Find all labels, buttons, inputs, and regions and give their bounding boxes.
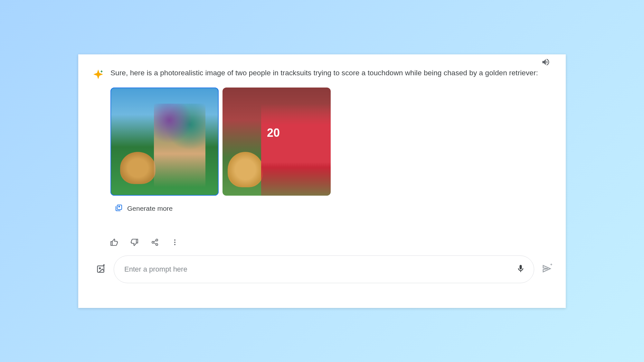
svg-point-2 <box>156 239 158 241</box>
svg-point-7 <box>174 239 175 241</box>
more-options-button[interactable] <box>171 238 179 247</box>
sparkle-icon <box>92 69 104 213</box>
response-text: Sure, here is a photorealistic image of … <box>110 67 552 79</box>
svg-rect-10 <box>98 266 104 272</box>
svg-point-8 <box>174 242 175 243</box>
prompt-input-wrapper <box>114 255 534 283</box>
chat-response-card: Sure, here is a photorealistic image of … <box>78 54 566 308</box>
response-row: Sure, here is a photorealistic image of … <box>92 67 552 213</box>
prompt-input[interactable] <box>114 255 534 283</box>
svg-point-11 <box>99 268 100 269</box>
thumbs-down-button[interactable] <box>130 238 139 248</box>
svg-point-3 <box>152 241 154 243</box>
svg-point-4 <box>156 244 158 246</box>
svg-line-5 <box>154 241 156 242</box>
generate-more-label: Generate more <box>127 205 173 212</box>
image-stack-icon <box>115 204 123 213</box>
response-action-bar <box>110 238 552 248</box>
response-content: Sure, here is a photorealistic image of … <box>110 67 552 213</box>
text-to-speech-button[interactable] <box>541 58 550 68</box>
send-button[interactable] <box>542 264 552 275</box>
add-image-button[interactable] <box>96 264 106 275</box>
thumbs-up-button[interactable] <box>110 238 118 248</box>
svg-point-9 <box>174 244 175 245</box>
prompt-input-row <box>92 255 552 283</box>
svg-point-1 <box>119 206 120 207</box>
share-button[interactable] <box>151 238 159 247</box>
generate-more-button[interactable]: Generate more <box>115 204 552 213</box>
svg-line-6 <box>154 243 156 244</box>
generated-image-2[interactable] <box>223 88 331 196</box>
generated-image-1[interactable] <box>110 88 219 196</box>
microphone-button[interactable] <box>516 264 525 274</box>
generated-images-row <box>110 88 552 196</box>
